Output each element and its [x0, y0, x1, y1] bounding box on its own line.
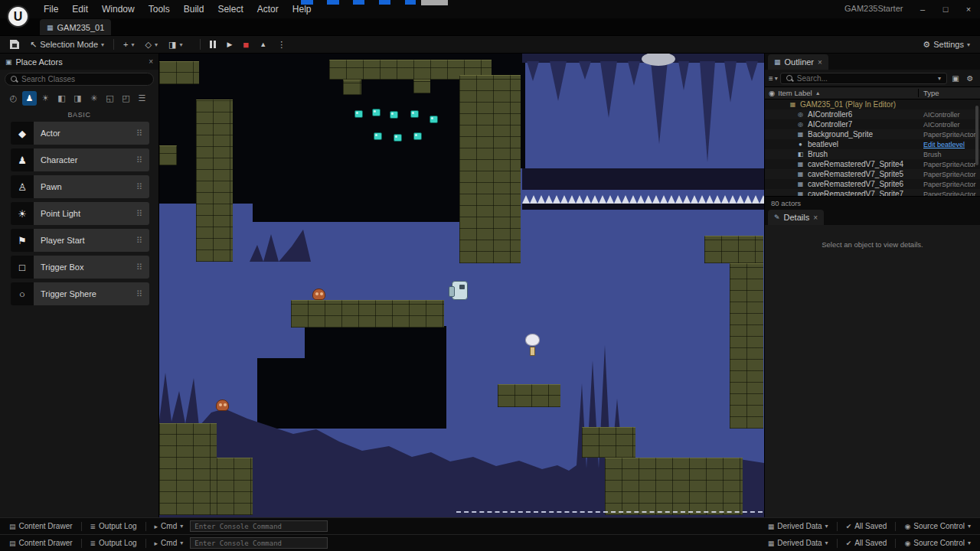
place-actor-item-player-start[interactable]: ⚑ Player Start ⠿	[11, 229, 149, 252]
cursor-icon: ↖	[30, 40, 37, 50]
cmd-dropdown[interactable]: ▸ Cmd ▾	[149, 520, 189, 533]
lights-category-icon[interactable]: ☀	[38, 91, 53, 106]
game-viewport[interactable]	[159, 54, 764, 517]
place-actor-item-point-light[interactable]: ☀ Point Light ⠿	[11, 202, 149, 225]
status-divider	[837, 522, 838, 531]
menu-window[interactable]: Window	[95, 0, 142, 18]
menu-build[interactable]: Build	[177, 0, 211, 18]
window-title: GAM235Starter	[844, 4, 903, 13]
edit-blueprint-link[interactable]: Edit beatlevel	[923, 141, 965, 148]
item-label-column[interactable]: Item Label	[778, 89, 812, 97]
menu-select[interactable]: Select	[211, 0, 250, 18]
basic-category-icon[interactable]: ♟	[22, 91, 37, 106]
content-drawer-button[interactable]: ▤ Content Drawer	[4, 520, 78, 533]
capture-artifact	[301, 0, 313, 5]
unreal-logo-icon[interactable]: U	[7, 5, 29, 28]
details-tab[interactable]: ✎ Details ×	[768, 210, 824, 225]
all-saved-icon: ✔	[846, 523, 852, 530]
place-actor-label: Point Light	[41, 209, 80, 218]
blueprints-button[interactable]: ◇ ▾	[140, 36, 163, 53]
pawn-icon: ♙	[11, 175, 34, 198]
outliner-title: Outliner	[785, 57, 815, 67]
geometry-category-icon[interactable]: ◱	[103, 91, 117, 106]
cinematic-category-icon[interactable]: ◨	[70, 91, 85, 106]
menu-edit[interactable]: Edit	[65, 0, 95, 18]
status-divider	[895, 539, 896, 548]
level-tab[interactable]: ▦ GAM235_01	[40, 19, 111, 35]
vfx-category-icon[interactable]: ✳	[87, 91, 101, 106]
menu-actor[interactable]: Actor	[250, 0, 286, 18]
outliner-world-row[interactable]: ▦ GAM235_01 (Play In Editor)	[765, 99, 980, 109]
place-actors-title: Place Actors	[16, 57, 63, 67]
filter-button[interactable]: ≡ ▾	[769, 74, 778, 83]
all-saved-button[interactable]: ✔ All Saved	[841, 537, 893, 549]
play-options-button[interactable]: ⋮	[272, 36, 291, 53]
console-command-input[interactable]	[190, 537, 328, 549]
sprite-icon: ▦	[795, 181, 805, 187]
outliner-row[interactable]: ◧ Brush Brush	[765, 149, 980, 159]
frame-skip-button[interactable]: ▶	[221, 36, 237, 53]
outliner-row[interactable]: ◎ AIController7 AIController	[765, 119, 980, 129]
outliner-row[interactable]: ▦ caveRemasteredV7_Sprite4 PaperSpriteAc…	[765, 159, 980, 169]
recent-category-icon[interactable]: ◴	[6, 91, 21, 106]
visibility-eye-icon[interactable]: ◉	[769, 89, 775, 97]
content-drawer-label: Content Drawer	[19, 522, 73, 530]
close-icon[interactable]: ×	[813, 214, 818, 222]
outliner-gear-button[interactable]: ⚙	[964, 74, 976, 83]
place-actor-item-trigger-sphere[interactable]: ○ Trigger Sphere ⠿	[11, 282, 149, 305]
cinematics-button[interactable]: ◨ ▾	[163, 36, 188, 53]
source-control-button[interactable]: ◉ Source Control ▾	[899, 537, 976, 549]
settings-dropdown[interactable]: ⚙ Settings ▾	[917, 36, 975, 53]
cmd-dropdown[interactable]: ▸ Cmd ▾	[149, 537, 189, 549]
outliner-scrollbar[interactable]	[975, 106, 978, 165]
source-control-button[interactable]: ◉ Source Control ▾	[899, 520, 976, 533]
pencil-icon: ✎	[774, 214, 780, 221]
minimize-button[interactable]: –	[911, 0, 934, 18]
close-icon[interactable]: ×	[818, 58, 822, 67]
console-command-input[interactable]	[190, 520, 328, 532]
menu-file[interactable]: File	[37, 0, 65, 18]
outliner-search-box[interactable]: ▾	[780, 73, 947, 84]
outliner-row[interactable]: ▦ caveRemasteredV7_Sprite5 PaperSpriteAc…	[765, 169, 980, 179]
type-column[interactable]: Type	[923, 89, 939, 97]
outliner-row[interactable]: ▦ caveRemasteredV7_Sprite6 PaperSpriteAc…	[765, 179, 980, 189]
save-button[interactable]	[5, 36, 24, 53]
maximize-button[interactable]: □	[934, 0, 957, 18]
quick-add-button[interactable]: + ▾	[118, 36, 139, 53]
output-log-button[interactable]: ≣ Output Log	[85, 537, 142, 549]
content-drawer-button[interactable]: ▤ Content Drawer	[4, 537, 78, 549]
menu-tools[interactable]: Tools	[142, 0, 177, 18]
search-classes-input[interactable]	[21, 75, 148, 83]
derived-data-button[interactable]: ▦ Derived Data ▾	[763, 537, 834, 549]
shapes-category-icon[interactable]: ◧	[54, 91, 69, 106]
pause-button[interactable]	[204, 36, 221, 53]
outliner-row[interactable]: ▦ Background_Sprite PaperSpriteActor	[765, 129, 980, 139]
derived-data-button[interactable]: ▦ Derived Data ▾	[763, 520, 834, 533]
place-actor-item-actor[interactable]: ◆ Actor ⠿	[11, 122, 149, 145]
eject-button[interactable]: ▲	[254, 36, 272, 53]
outliner-row[interactable]: ● beatlevel Edit beatlevel	[765, 139, 980, 149]
place-actors-header[interactable]: ▣ Place Actors ×	[0, 54, 158, 70]
selection-mode-dropdown[interactable]: ↖ Selection Mode ▾	[24, 36, 109, 53]
place-actor-item-trigger-box[interactable]: □ Trigger Box ⠿	[11, 256, 149, 279]
place-actor-item-pawn[interactable]: ♙ Pawn ⠿	[11, 175, 149, 198]
all-saved-button[interactable]: ✔ All Saved	[841, 520, 893, 533]
output-log-button[interactable]: ≣ Output Log	[85, 520, 142, 533]
place-actor-item-character[interactable]: ♟ Character ⠿	[11, 148, 149, 171]
outliner-tab[interactable]: ▦ Outliner ×	[768, 54, 828, 70]
all-classes-category-icon[interactable]: ☰	[135, 91, 149, 106]
outliner-column-header[interactable]: ◉ Item Label ▲ Type	[765, 86, 980, 99]
close-icon[interactable]: ×	[149, 57, 153, 66]
outliner-settings-button[interactable]: ▣	[949, 74, 962, 83]
outliner-row[interactable]: ▦ caveRemasteredV7_Sprite7 PaperSpriteAc…	[765, 189, 980, 196]
status-divider	[145, 539, 146, 548]
close-button[interactable]: ×	[957, 0, 980, 18]
stop-button[interactable]: ■	[237, 36, 254, 53]
status-bar-upper: ▤ Content Drawer ≣ Output Log ▸ Cmd ▾ ▦ …	[0, 517, 980, 534]
details-title: Details	[784, 213, 810, 222]
outliner-search-input[interactable]	[797, 74, 934, 83]
outliner-row[interactable]: ◎ AIController6 AIController	[765, 109, 980, 119]
spike-row	[522, 194, 764, 204]
volumes-category-icon[interactable]: ◰	[119, 91, 133, 106]
search-classes-box[interactable]	[5, 73, 154, 86]
